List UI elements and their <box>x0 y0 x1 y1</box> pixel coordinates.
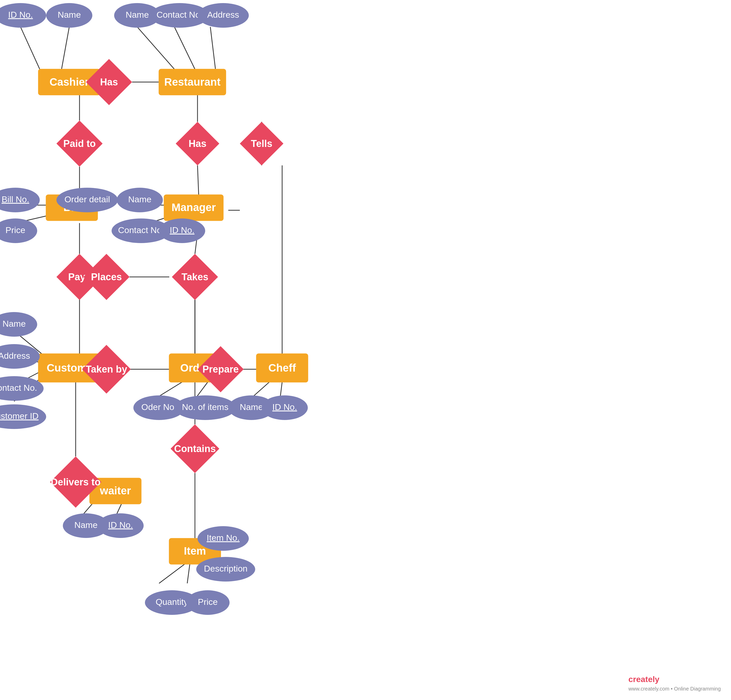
svg-line-31 <box>210 27 216 69</box>
attr-restaurant-contact-label: Contact No. <box>157 10 203 19</box>
attr-manager-idno-label: ID No. <box>170 225 194 235</box>
attr-cheff-idno-label: ID No. <box>272 402 297 412</box>
attr-cashier-name-label: Name <box>58 10 81 19</box>
attr-item-desc-label: Description <box>204 564 248 573</box>
svg-line-30 <box>175 27 195 69</box>
attr-bill-orderdetail-label: Order detail <box>65 194 110 204</box>
attr-customer-name-label: Name <box>3 319 26 329</box>
relation-takes-label: Takes <box>182 271 208 282</box>
attr-cashier-idno-label: ID No. <box>8 10 33 19</box>
relation-has2-label: Has <box>188 138 207 149</box>
attr-bill-price-label: Price <box>5 225 25 235</box>
attr-customer-id-label: Customer ID <box>0 411 38 421</box>
svg-line-51 <box>187 564 190 583</box>
entity-cheff-label: Cheff <box>268 362 296 374</box>
entity-restaurant-label: Restaurant <box>164 76 220 88</box>
attr-bill-no-label: Bill No. <box>1 194 29 204</box>
relation-has1-label: Has <box>100 77 118 87</box>
attr-cheff-name-label: Name <box>240 402 263 412</box>
attr-manager-contact-label: Contact No. <box>118 225 164 235</box>
attr-order-orderno-label: Oder No. <box>141 402 177 412</box>
entity-cashier-label: Cashier <box>50 76 89 88</box>
attr-restaurant-name-label: Name <box>126 10 149 19</box>
attr-waiter-name-label: Name <box>74 520 98 530</box>
relation-contains-label: Contains <box>174 443 216 454</box>
relation-places-label: Places <box>91 271 122 282</box>
svg-line-5 <box>198 165 199 197</box>
svg-line-29 <box>137 27 175 69</box>
relation-taken-by-label: Taken by <box>86 364 127 375</box>
attr-order-noitems-label: No. of items <box>182 402 228 412</box>
attr-item-price-label: Price <box>198 597 217 607</box>
attr-customer-contact-label: Contact No. <box>0 383 37 393</box>
relation-paid-to-label: Paid to <box>63 138 96 149</box>
watermark: creately www.creately.com • Online Diagr… <box>628 675 721 692</box>
attr-manager-name-label: Name <box>128 194 151 204</box>
svg-line-28 <box>62 27 69 69</box>
attr-restaurant-address-label: Address <box>207 10 239 19</box>
entity-manager-label: Manager <box>172 201 216 213</box>
entity-item-label: Item <box>184 545 206 557</box>
attr-item-quantity-label: Quantity <box>156 597 188 607</box>
entity-waiter-label: waiter <box>100 484 131 497</box>
svg-line-27 <box>21 27 40 69</box>
attr-item-itemno-label: Item No. <box>207 533 239 543</box>
attr-waiter-idno-label: ID No. <box>108 520 133 530</box>
diagram-container: Cashier Restaurant Bill Manager Customer… <box>0 0 731 700</box>
attr-customer-address-label: Address <box>0 351 30 361</box>
relation-tells-label: Tells <box>251 138 272 149</box>
relation-prepare-label: Prepare <box>203 364 239 375</box>
svg-line-50 <box>159 564 185 583</box>
er-diagram: Cashier Restaurant Bill Manager Customer… <box>0 0 731 700</box>
relation-delivers-to-label: Delivers to <box>51 477 101 487</box>
